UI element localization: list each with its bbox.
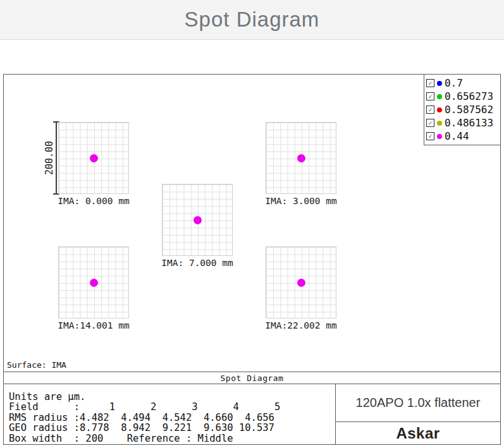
ima-label: IMA: 7.000 mm: [154, 258, 240, 268]
ima-label: IMA:22.002 mm: [258, 320, 344, 330]
legend-wavelength-label: 0.587562: [445, 104, 493, 116]
legend-checkbox-icon: [426, 92, 434, 100]
brand-cell: Askar: [336, 422, 500, 444]
spot-grid-panel-field-2: IMA: 3.000 mm: [266, 122, 336, 194]
grid: [58, 246, 129, 318]
legend-color-dot: [437, 134, 442, 139]
legend-checkbox-icon: [426, 79, 434, 87]
legend-box: 0.7 0.656273 0.587562 0.486133 0.44: [424, 74, 501, 145]
stat-line-units: Units are µm.: [9, 392, 331, 402]
stats-block: Units are µm. Field : 1 2 3 4 5 RMS radi…: [9, 384, 331, 444]
legend-wavelength-label: 0.44: [445, 130, 469, 142]
legend-wavelength-label: 0.656273: [445, 90, 493, 102]
spot-dot: [297, 279, 305, 287]
plot-title-band: Spot Diagram: [4, 372, 500, 384]
legend-row-wavelength-2: 0.656273: [426, 90, 500, 103]
spot-dot: [194, 216, 202, 224]
ima-label: IMA: 0.000 mm: [51, 196, 137, 206]
stat-line-rms-radius: RMS radius :4.482 4.494 4.542 4.660 4.65…: [9, 413, 331, 423]
legend-checkbox-icon: [426, 106, 434, 114]
spot-dot: [297, 154, 305, 162]
stat-line-field: Field : 1 2 3 4 5: [9, 402, 331, 412]
grid: [266, 122, 336, 194]
grid: [162, 184, 233, 256]
legend-row-wavelength-4: 0.486133: [426, 116, 500, 130]
legend-wavelength-label: 0.7: [445, 77, 463, 89]
legend-color-dot: [437, 107, 442, 112]
legend-checkbox-icon: [426, 119, 434, 127]
legend-checkbox-icon: [426, 132, 434, 140]
spot-grid-panel-field-4: IMA:14.001 mm: [58, 246, 129, 318]
product-title-cell: 120APO 1.0x flattener: [336, 384, 500, 422]
stat-line-box-width: Box width : 200 Reference : Middle: [9, 433, 331, 444]
legend-color-dot: [437, 94, 442, 99]
spot-diagram-page: Spot Diagram 0.7 0.656273 0.587562: [0, 0, 504, 448]
ima-label: IMA:14.001 mm: [51, 320, 137, 330]
scale-bar: [56, 122, 57, 194]
spot-grid-panel-field-1: IMA: 0.000 mm: [58, 122, 129, 194]
legend-row-wavelength-5: 0.44: [426, 130, 500, 143]
page-title: Spot Diagram: [185, 8, 320, 32]
plot-title: Spot Diagram: [221, 373, 284, 383]
legend-row-wavelength-3: 0.587562: [426, 103, 500, 116]
surface-label: Surface: IMA: [7, 360, 66, 370]
spot-grid-panel-field-5: IMA:22.002 mm: [266, 246, 336, 318]
spot-grid-panel-field-3: IMA: 7.000 mm: [162, 184, 233, 256]
legend-wavelength-label: 0.486133: [445, 117, 493, 129]
askar-logo: Askar: [396, 425, 439, 442]
spot-dot: [90, 154, 98, 162]
grid: [58, 122, 129, 194]
page-header: Spot Diagram: [0, 0, 504, 40]
ima-label: IMA: 3.000 mm: [258, 196, 344, 206]
legend-color-dot: [437, 81, 442, 86]
stat-line-geo-radius: GEO radius :8.778 8.942 9.221 9.630 10.5…: [9, 423, 331, 433]
grid: [266, 246, 336, 318]
spot-dot: [90, 279, 98, 287]
product-name: 120APO 1.0x flattener: [356, 396, 481, 410]
legend-row-wavelength-1: 0.7: [426, 76, 500, 90]
scale-label: 200.00: [44, 133, 54, 183]
legend-color-dot: [437, 121, 442, 126]
diagram-canvas: 0.7 0.656273 0.587562 0.486133 0.44: [3, 74, 501, 445]
